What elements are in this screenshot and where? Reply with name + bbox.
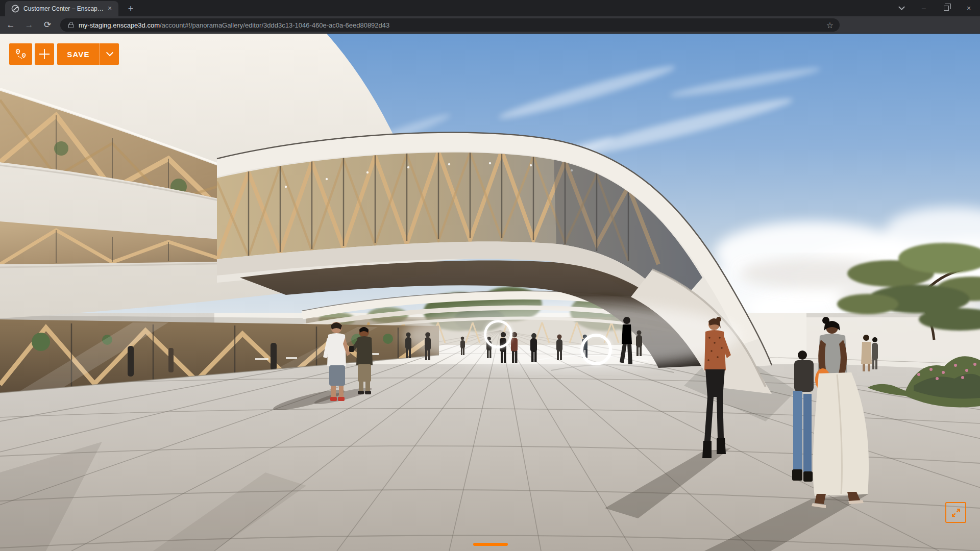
panorama-hotspot-2[interactable] [580,334,612,365]
enscape-favicon-icon [11,5,19,13]
tab-title: Customer Center – Enscape™ [23,5,105,12]
panorama-hotspot-1[interactable] [484,320,512,348]
fullscreen-expand-icon [950,507,962,518]
save-label: SAVE [57,43,100,65]
plus-icon [38,48,51,60]
chevron-down-icon [898,4,905,10]
browser-tab[interactable]: Customer Center – Enscape™ × [5,1,118,16]
add-button[interactable] [35,43,54,65]
window-minimize-button[interactable]: – [913,0,935,16]
save-button[interactable]: SAVE [57,43,119,65]
lock-icon[interactable] [68,24,74,28]
tour-path-button[interactable] [9,43,32,65]
forward-button[interactable]: → [21,18,37,32]
url-path: /account#!/panoramaGallery/editor/3ddd3c… [160,21,389,29]
back-button[interactable]: ← [3,18,18,32]
gallery-strip-indicator[interactable] [473,543,508,546]
url-text: my-staging.enscape3d.com/account#!/panor… [79,21,821,29]
window-menu-button[interactable] [890,0,913,16]
restore-icon [944,6,949,11]
tab-strip: Customer Center – Enscape™ × + – × [0,0,980,16]
route-pins-icon [14,47,28,61]
window-controls: – × [890,0,980,16]
navigation-bar: ← → ⟳ my-staging.enscape3d.com/account#!… [0,16,980,34]
save-dropdown-button[interactable] [100,43,119,65]
panorama-scene [0,34,980,551]
url-domain: my-staging.enscape3d.com [79,21,160,29]
browser-window: Customer Center – Enscape™ × + – × ← → ⟳… [0,0,980,551]
window-close-button[interactable]: × [958,0,980,16]
panorama-viewport[interactable]: SAVE [0,34,980,551]
tab-close-icon[interactable]: × [105,4,114,13]
editor-toolbar: SAVE [9,43,119,65]
bookmark-star-icon[interactable]: ☆ [826,20,834,30]
chevron-down-icon [106,49,113,56]
sun-glare [403,303,740,368]
new-tab-button[interactable]: + [125,3,137,15]
window-restore-button[interactable] [935,0,958,16]
address-bar[interactable]: my-staging.enscape3d.com/account#!/panor… [60,18,840,32]
reload-button[interactable]: ⟳ [40,18,55,32]
fullscreen-button[interactable] [945,502,966,523]
